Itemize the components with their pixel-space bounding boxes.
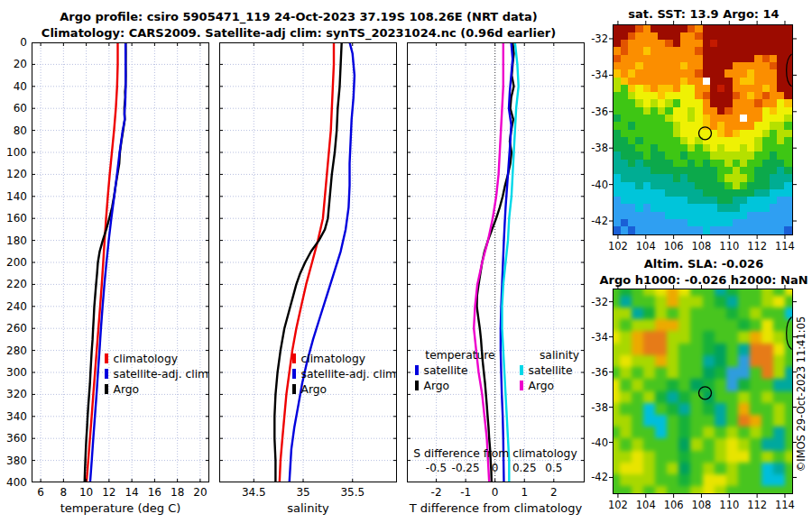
salinity-axis-label: salinity [219,501,397,515]
y-tick-label: 240 [0,300,27,313]
tick-marks [407,42,585,482]
map-lon-label: 114 [771,499,798,511]
y-tick-label: 140 [0,190,27,203]
legend-label: Argo [114,383,140,396]
legend-marker-argo [105,384,108,394]
legend-marker-argo [292,384,296,394]
x-tick-label: 35 [285,486,321,499]
legend-marker-satellite [520,365,523,375]
y-tick-label: 360 [0,432,27,445]
legend-label: satellite-adj. clim [114,368,209,381]
s-tick-label: 0.5 [534,462,574,474]
series-satellite-adj-clim [290,42,355,482]
t-difference-axis-label: T difference from climatology [407,501,585,515]
difference-panel [407,42,585,482]
map-lat-label: -34 [583,331,608,344]
map-lat-label: -42 [583,471,608,483]
map-lat-label: -32 [583,32,608,45]
legend-marker-climatology [105,353,108,363]
sla-heatmap-canvas [613,289,793,494]
legend-item: satellite [415,363,505,379]
map-lon-label: 114 [771,240,798,252]
y-tick-label: 260 [0,322,27,335]
legend-item: satellite-adj. clim [292,367,396,382]
map-lon-label: 106 [660,499,687,511]
temperature-panel [32,42,209,482]
tick-marks [219,42,397,482]
legend-temperature: climatology satellite-adj. clim Argo [105,352,208,398]
map-lon-label: 112 [743,240,770,252]
y-tick-label: 100 [0,146,27,159]
map-lat-label: -38 [583,401,608,414]
legend-item: Argo [292,382,396,398]
y-tick-label: 20 [0,58,27,70]
y-tick-label: 340 [0,410,27,423]
map-lat-label: -32 [583,296,608,308]
y-tick-label: 220 [0,278,27,290]
map-lat-label: -40 [583,179,608,191]
y-tick-label: 300 [0,366,27,379]
sla-map-title-line2: Argo h1000: -0.026 h2000: NaN [595,273,812,287]
y-tick-label: 400 [0,476,27,489]
legend-t-difference: temperature satellite Argo [415,348,505,394]
legend-marker-satellite-clim [105,369,108,379]
legend-marker-argo [415,381,419,390]
legend-item: Argo [415,379,505,394]
x-tick-label: 20 [182,486,218,499]
y-tick-label: 180 [0,234,27,247]
map-lon-label: 108 [687,499,715,511]
map-lon-label: 110 [715,499,743,511]
gridlines [407,42,585,482]
sla-map-title-line1: Altim. SLA: -0.026 [595,257,812,271]
legend-header-temperature: temperature [415,348,505,363]
map-lon-label: 108 [687,240,715,252]
tick-marks [32,42,209,482]
map-lat-label: -36 [583,106,608,118]
legend-label: Argo [301,383,328,396]
argo-profile-figure: Argo profile: csiro 5905471_119 24-Oct-2… [0,0,812,523]
y-tick-label: 120 [0,168,27,180]
y-tick-label: 280 [0,344,27,357]
x-tick-label: 34.5 [235,486,272,499]
legend-label: climatology [114,353,178,365]
figure-title-line1: Argo profile: csiro 5905471_119 24-Oct-2… [0,10,597,23]
y-tick-label: 40 [0,80,27,93]
gridlines [219,42,397,482]
y-tick-label: 80 [0,124,27,137]
y-tick-label: 160 [0,212,27,225]
map-lon-label: 110 [715,240,743,252]
map-lon-label: 104 [632,499,660,511]
x-tick-label: 35.5 [335,486,371,499]
map-lat-label: -40 [583,436,608,449]
panel-border [408,43,585,482]
legend-label: Argo [424,380,450,392]
gridlines [32,42,209,482]
imos-credit: ©IMOS 29-Oct-2023 11:41:05 [795,295,807,493]
map-lon-label: 112 [743,499,770,511]
legend-salinity: climatology satellite-adj. clim Argo [292,352,396,398]
legend-label: satellite-adj. clim [301,368,397,381]
sst-map-title: sat. SST: 13.9 Argo: 14 [595,7,812,21]
y-tick-label: 60 [0,102,27,115]
legend-header-salinity: salinity [520,348,599,363]
map-lat-label: -34 [583,69,608,81]
panel-border [32,43,209,482]
y-tick-label: 380 [0,454,27,467]
map-lon-label: 102 [604,499,632,511]
y-tick-label: 320 [0,388,27,400]
sst-heatmap-canvas [614,25,792,234]
legend-item: Argo [520,379,599,394]
legend-label: satellite [529,364,573,377]
figure-title-line2: Climatology: CARS2009. Satellite-adj cli… [0,26,597,40]
legend-item: satellite-adj. clim [105,367,208,382]
map-lat-label: -38 [583,142,608,154]
legend-marker-satellite [415,365,419,375]
s-difference-axis-label: S difference from climatology [405,447,586,460]
legend-label: satellite [424,364,468,377]
legend-label: climatology [301,353,365,365]
legend-item: climatology [105,352,208,367]
panel-border [220,43,397,482]
sla-map [613,289,793,494]
legend-marker-satellite-clim [292,369,296,379]
y-tick-label: 0 [0,36,27,49]
